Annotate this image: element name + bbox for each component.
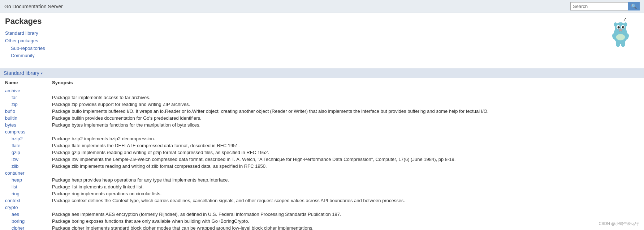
section-collapse-arrow: ▾	[41, 71, 43, 75]
pkg-name-cell: cipher	[5, 225, 52, 230]
pkg-link[interactable]: tar	[12, 95, 17, 100]
synopsis-cell: Package context defines the Context type…	[52, 197, 639, 204]
category-row: crypto	[5, 204, 639, 211]
pkg-link[interactable]: zip	[12, 102, 18, 107]
pkg-link[interactable]: zlib	[12, 163, 19, 169]
table-row: lzwPackage lzw implements the Lempel-Ziv…	[5, 156, 639, 163]
pkg-name-cell: heap	[5, 176, 52, 183]
synopsis-cell: Package heap provides heap operations fo…	[52, 176, 639, 183]
search-button[interactable]: 🔍	[628, 2, 640, 10]
pkg-name-cell: builtin	[5, 115, 52, 122]
pkg-link[interactable]: cipher	[12, 225, 24, 230]
svg-point-12	[624, 22, 627, 27]
category-link[interactable]: archive	[5, 88, 20, 93]
col-synopsis: Synopsis	[52, 78, 639, 87]
nav-sub-repositories[interactable]: Sub-repositories	[5, 45, 639, 52]
category-link[interactable]: container	[5, 170, 24, 176]
category-row: compress	[5, 128, 639, 135]
synopsis-cell: Package flate implements the DEFLATE com…	[52, 142, 639, 149]
table-row: listPackage list implements a doubly lin…	[5, 183, 639, 190]
pkg-link[interactable]: bufio	[5, 108, 15, 114]
svg-point-11	[614, 22, 617, 27]
table-row: zipPackage zip provides support for read…	[5, 101, 639, 108]
svg-point-4	[618, 26, 620, 29]
nav-community[interactable]: Community	[5, 52, 639, 60]
pkg-link[interactable]: bytes	[5, 122, 16, 128]
pkg-link[interactable]: lzw	[12, 157, 18, 162]
synopsis-cell: Package bufio implements buffered I/O. I…	[52, 108, 639, 115]
synopsis-cell: Package zip provides support for reading…	[52, 101, 639, 108]
svg-point-7	[623, 27, 624, 27]
pkg-name-cell: gzip	[5, 149, 52, 156]
svg-point-17	[621, 41, 625, 47]
table-row: archive	[5, 87, 639, 94]
pkg-name-cell: zlib	[5, 163, 52, 170]
packages-tbody: archivetarPackage tar implements access …	[5, 87, 639, 230]
table-row: crypto	[5, 204, 639, 211]
app-title: Go Documentation Server	[4, 4, 63, 9]
table-header-row: Name Synopsis	[5, 78, 639, 87]
table-row: gzipPackage gzip implements reading and …	[5, 149, 639, 156]
page-title: Packages	[5, 17, 639, 26]
pkg-name-cell: zip	[5, 101, 52, 108]
svg-point-5	[622, 26, 624, 29]
pkg-name-cell: lzw	[5, 156, 52, 163]
section-header[interactable]: Standard library ▾	[0, 68, 644, 78]
section-header-title: Standard library	[4, 70, 39, 76]
nav-other-packages[interactable]: Other packages	[5, 37, 639, 45]
synopsis-cell: Package aes implements AES encryption (f…	[52, 211, 639, 218]
table-row: bytesPackage bytes implements functions …	[5, 122, 639, 128]
packages-table: Name Synopsis archivetarPackage tar impl…	[5, 78, 639, 230]
pkg-link[interactable]: list	[12, 184, 17, 189]
synopsis-cell: Package bytes implements functions for t…	[52, 122, 639, 128]
synopsis-cell: Package bzip2 implements bzip2 decompres…	[52, 135, 639, 142]
table-row: heapPackage heap provides heap operation…	[5, 176, 639, 183]
watermark: CSDN @小蜗牛爱远行	[599, 221, 639, 226]
table-row: boringPackage boring exposes functions t…	[5, 218, 639, 225]
synopsis-cell: Package tar implements access to tar arc…	[52, 94, 639, 101]
pkg-name-cell: bzip2	[5, 135, 52, 142]
pkg-name-cell: context	[5, 197, 52, 204]
pkg-link[interactable]: heap	[12, 177, 22, 183]
table-row: bzip2Package bzip2 implements bzip2 deco…	[5, 135, 639, 142]
pkg-name-cell: aes	[5, 211, 52, 218]
synopsis-cell: Package lzw implements the Lempel-Ziv-We…	[52, 156, 639, 163]
synopsis-cell: Package zlib implements reading and writ…	[52, 163, 639, 170]
pkg-link[interactable]: ring	[12, 191, 20, 196]
pkg-name-cell: flate	[5, 142, 52, 149]
synopsis-cell: Package cipher implements standard block…	[52, 225, 639, 230]
table-row: contextPackage context defines the Conte…	[5, 197, 639, 204]
table-row: zlibPackage zlib implements reading and …	[5, 163, 639, 170]
pkg-link[interactable]: gzip	[12, 150, 20, 155]
synopsis-cell: Package gzip implements reading and writ…	[52, 149, 639, 156]
pkg-link[interactable]: flate	[12, 143, 21, 148]
pkg-name-cell: ring	[5, 190, 52, 197]
pkg-link[interactable]: builtin	[5, 115, 17, 121]
page-content: Packages Standard library Other packages…	[0, 13, 644, 68]
table-row: flatePackage flate implements the DEFLAT…	[5, 142, 639, 149]
pkg-link[interactable]: aes	[12, 212, 19, 217]
svg-point-13	[616, 34, 625, 41]
pkg-link[interactable]: bzip2	[12, 136, 23, 141]
category-link[interactable]: compress	[5, 129, 25, 135]
category-row: container	[5, 170, 639, 176]
pkg-name-cell: tar	[5, 94, 52, 101]
svg-point-8	[619, 29, 622, 31]
table-row: tarPackage tar implements access to tar …	[5, 94, 639, 101]
packages-section: Name Synopsis archivetarPackage tar impl…	[0, 78, 644, 230]
search-input[interactable]	[570, 2, 628, 10]
pkg-link[interactable]: context	[5, 198, 20, 203]
nav-standard-library[interactable]: Standard library	[5, 30, 639, 37]
pkg-name-cell: bytes	[5, 122, 52, 128]
pkg-name-cell: bufio	[5, 108, 52, 115]
col-name: Name	[5, 78, 52, 87]
category-link[interactable]: crypto	[5, 205, 18, 210]
table-row: cipherPackage cipher implements standard…	[5, 225, 639, 230]
header: Go Documentation Server 🔍	[0, 0, 644, 13]
svg-point-6	[619, 27, 619, 27]
table-row: bufioPackage bufio implements buffered I…	[5, 108, 639, 115]
synopsis-cell: Package builtin provides documentation f…	[52, 115, 639, 122]
gopher-mascot	[608, 17, 633, 56]
pkg-link[interactable]: boring	[12, 218, 25, 224]
table-row: ringPackage ring implements operations o…	[5, 190, 639, 197]
